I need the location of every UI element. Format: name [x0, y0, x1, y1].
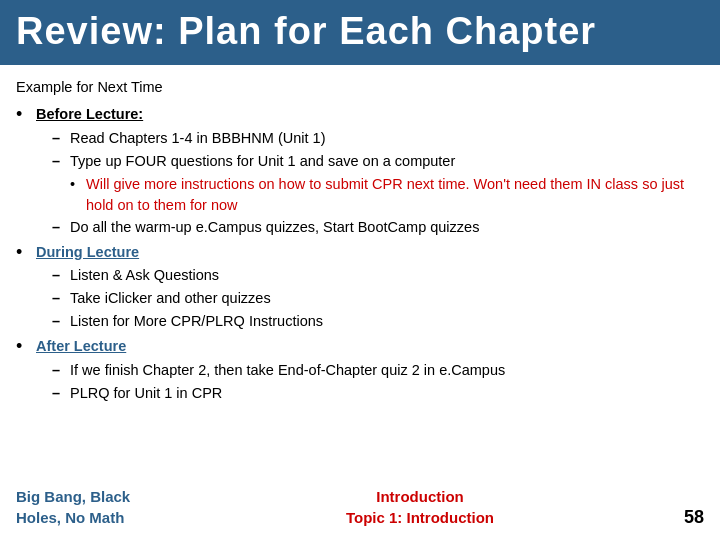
during-lecture-section: • During Lecture – Listen & Ask Question…	[16, 242, 704, 333]
during-lecture-items: – Listen & Ask Questions – Take iClicker…	[16, 265, 704, 332]
list-item: – Listen & Ask Questions	[52, 265, 704, 286]
dash-icon: –	[52, 383, 70, 404]
item-text: If we finish Chapter 2, then take End-of…	[70, 360, 505, 381]
dash-icon: –	[52, 311, 70, 332]
after-lecture-bullet: • After Lecture	[16, 336, 704, 358]
item-text: Do all the warm-up e.Campus quizzes, Sta…	[70, 217, 479, 238]
after-lecture-label: After Lecture	[36, 336, 126, 357]
before-lecture-label: Before Lecture:	[36, 104, 143, 125]
before-lecture-items: – Read Chapters 1-4 in BBBHNM (Unit 1) –…	[16, 128, 704, 238]
item-text: Take iClicker and other quizzes	[70, 288, 271, 309]
list-item: – Listen for More CPR/PLRQ Instructions	[52, 311, 704, 332]
item-text: PLRQ for Unit 1 in CPR	[70, 383, 222, 404]
list-item: – PLRQ for Unit 1 in CPR	[52, 383, 704, 404]
footer-page-number: 58	[664, 507, 704, 528]
bullet-dot-3: •	[16, 336, 36, 358]
dash-icon: –	[52, 360, 70, 381]
footer-left-line1: Big Bang, Black	[16, 486, 176, 507]
main-content: Example for Next Time • Before Lecture: …	[0, 75, 720, 416]
dash-icon: –	[52, 265, 70, 286]
before-lecture-bullet: • Before Lecture:	[16, 104, 704, 126]
during-lecture-label: During Lecture	[36, 242, 139, 263]
list-item: • Will give more instructions on how to …	[70, 174, 704, 216]
dash-icon: –	[52, 151, 70, 172]
item-text: Listen for More CPR/PLRQ Instructions	[70, 311, 323, 332]
before-lecture-section: • Before Lecture: – Read Chapters 1-4 in…	[16, 104, 704, 238]
footer-left: Big Bang, Black Holes, No Math	[16, 486, 176, 528]
sub-dot-icon: •	[70, 174, 86, 195]
after-lecture-section: • After Lecture – If we finish Chapter 2…	[16, 336, 704, 404]
title-bar: Review: Plan for Each Chapter	[0, 0, 720, 65]
dash-icon: –	[52, 128, 70, 149]
footer-center: Introduction Topic 1: Introduction	[176, 486, 664, 528]
red-note: Will give more instructions on how to su…	[86, 174, 704, 216]
page-title: Review: Plan for Each Chapter	[16, 10, 704, 53]
list-item: – Do all the warm-up e.Campus quizzes, S…	[52, 217, 704, 238]
footer-center-line1: Introduction	[176, 486, 664, 507]
item-text: Read Chapters 1-4 in BBBHNM (Unit 1)	[70, 128, 325, 149]
item-text: Type up FOUR questions for Unit 1 and sa…	[70, 151, 455, 172]
item-text: Listen & Ask Questions	[70, 265, 219, 286]
list-item: – Take iClicker and other quizzes	[52, 288, 704, 309]
list-item: – If we finish Chapter 2, then take End-…	[52, 360, 704, 381]
dash-icon: –	[52, 288, 70, 309]
example-header: Example for Next Time	[16, 77, 704, 98]
list-item: – Read Chapters 1-4 in BBBHNM (Unit 1)	[52, 128, 704, 149]
after-lecture-items: – If we finish Chapter 2, then take End-…	[16, 360, 704, 404]
sub-sub-items: • Will give more instructions on how to …	[52, 174, 704, 216]
bullet-dot-2: •	[16, 242, 36, 264]
footer-center-line2: Topic 1: Introduction	[176, 507, 664, 528]
list-item: – Type up FOUR questions for Unit 1 and …	[52, 151, 704, 172]
during-lecture-bullet: • During Lecture	[16, 242, 704, 264]
dash-icon: –	[52, 217, 70, 238]
footer-left-line2: Holes, No Math	[16, 507, 176, 528]
bullet-dot-1: •	[16, 104, 36, 126]
footer: Big Bang, Black Holes, No Math Introduct…	[0, 486, 720, 528]
